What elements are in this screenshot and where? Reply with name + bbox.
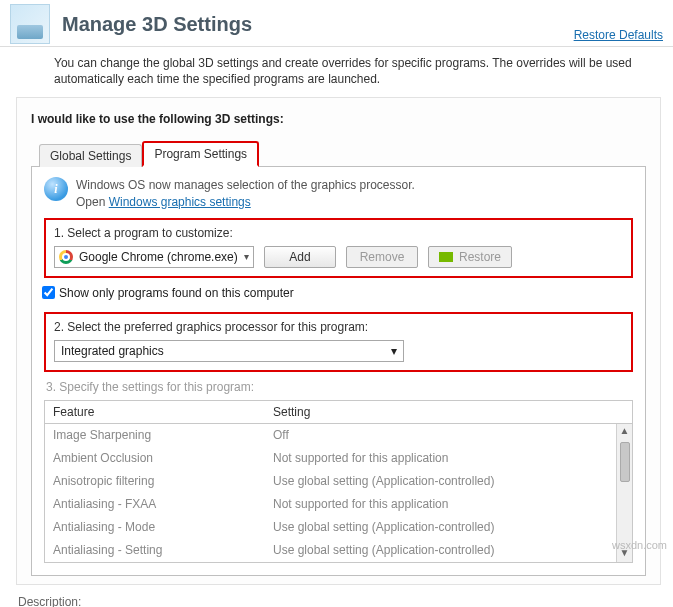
feature-cell: Antialiasing - Setting (53, 543, 273, 557)
chevron-down-icon: ▾ (244, 251, 249, 262)
scroll-thumb[interactable] (620, 442, 630, 482)
table-row[interactable]: Image SharpeningOff (45, 424, 616, 447)
setting-cell: Off (273, 428, 608, 442)
setting-cell: Use global setting (Application-controll… (273, 543, 608, 557)
setting-cell: Not supported for this application (273, 451, 608, 465)
tab-global-settings[interactable]: Global Settings (39, 144, 142, 167)
setting-cell: Use global setting (Application-controll… (273, 474, 608, 488)
table-row[interactable]: Antialiasing - ModeUse global setting (A… (45, 516, 616, 539)
table-row[interactable]: Antialiasing - SettingUse global setting… (45, 539, 616, 562)
feature-cell: Ambient Occlusion (53, 451, 273, 465)
col-setting: Setting (273, 405, 624, 419)
table-row[interactable]: Antialiasing - FXAANot supported for thi… (45, 493, 616, 516)
remove-button[interactable]: Remove (346, 246, 418, 268)
windows-graphics-settings-link[interactable]: Windows graphics settings (109, 195, 251, 209)
setting-cell: Not supported for this application (273, 497, 608, 511)
table-row[interactable]: Anisotropic filteringUse global setting … (45, 470, 616, 493)
feature-cell: Antialiasing - FXAA (53, 497, 273, 511)
info-icon: i (44, 177, 68, 201)
page-title: Manage 3D Settings (62, 13, 252, 36)
restore-defaults-link[interactable]: Restore Defaults (574, 28, 663, 42)
info-text: Windows OS now manages selection of the … (76, 177, 415, 209)
nvidia-panel-icon (10, 4, 50, 44)
program-select-value: Google Chrome (chrome.exe) (79, 250, 238, 264)
step2-frame: 2. Select the preferred graphics process… (44, 312, 633, 372)
step3-label: 3. Specify the settings for this program… (46, 380, 633, 394)
col-feature: Feature (53, 405, 273, 419)
show-only-found-input[interactable] (42, 286, 55, 299)
intro-text: You can change the global 3D settings an… (0, 47, 673, 93)
table-row[interactable]: Ambient OcclusionNot supported for this … (45, 447, 616, 470)
feature-cell: Anisotropic filtering (53, 474, 273, 488)
add-button[interactable]: Add (264, 246, 336, 268)
setting-cell: Use global setting (Application-controll… (273, 520, 608, 534)
feature-cell: Image Sharpening (53, 428, 273, 442)
tab-program-settings[interactable]: Program Settings (142, 141, 259, 167)
description-label: Description: (18, 595, 659, 607)
gpu-select[interactable]: Integrated graphics ▾ (54, 340, 404, 362)
program-select[interactable]: Google Chrome (chrome.exe) ▾ (54, 246, 254, 268)
settings-grid: Feature Setting Image SharpeningOffAmbie… (44, 400, 633, 563)
step1-label: 1. Select a program to customize: (54, 226, 623, 240)
gpu-select-value: Integrated graphics (61, 344, 164, 358)
scroll-up-icon[interactable]: ▲ (620, 424, 630, 440)
restore-button[interactable]: Restore (428, 246, 512, 268)
nvidia-icon (439, 252, 453, 262)
step2-label: 2. Select the preferred graphics process… (54, 320, 623, 334)
chevron-down-icon: ▾ (391, 344, 397, 358)
panel-heading: I would like to use the following 3D set… (31, 112, 646, 126)
watermark: wsxdn.com (612, 539, 667, 551)
chrome-icon (59, 250, 73, 264)
feature-cell: Antialiasing - Mode (53, 520, 273, 534)
show-only-found-checkbox[interactable]: Show only programs found on this compute… (42, 286, 633, 300)
step1-frame: 1. Select a program to customize: Google… (44, 218, 633, 278)
